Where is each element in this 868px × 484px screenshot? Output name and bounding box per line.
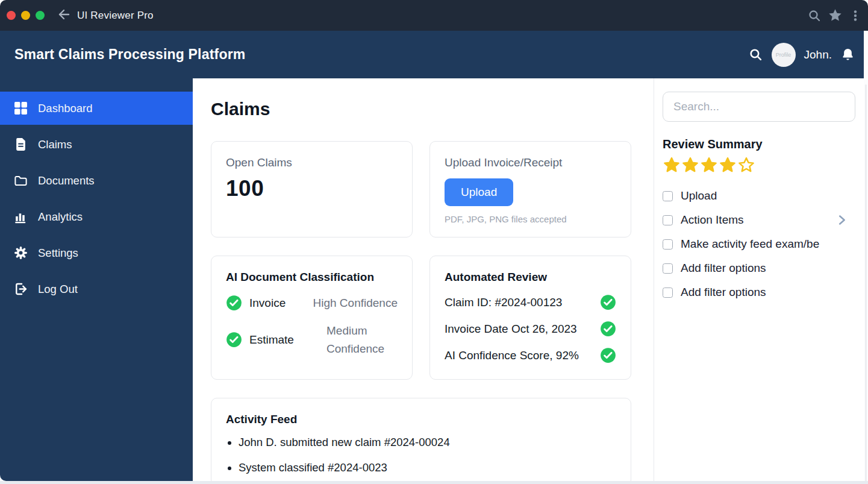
checklist-item-action-items: Action Items <box>663 208 855 232</box>
sidebar-item-label: Claims <box>38 138 72 151</box>
dashboard-grid-icon <box>14 101 28 115</box>
sidebar-nav: Dashboard Claims Documents Analytics Set… <box>0 78 193 481</box>
review-row-text: Invoice Date Oct 26, 2023 <box>445 322 577 336</box>
activity-item: John D. submitted new claim #2024-00024 <box>239 436 616 449</box>
sidebar-item-label: Log Out <box>38 283 78 296</box>
upload-button[interactable]: Upload <box>445 178 513 206</box>
claims-document-icon <box>14 137 28 151</box>
bookmark-star-icon[interactable] <box>828 8 843 23</box>
sidebar-item-documents[interactable]: Documents <box>0 164 193 197</box>
checklist-label: Action Items <box>681 213 744 227</box>
sidebar-item-claims[interactable]: Claims <box>0 128 193 161</box>
review-row: Invoice Date Oct 26, 2023 <box>445 321 616 337</box>
header-search-icon[interactable] <box>748 47 763 62</box>
sidebar-item-settings[interactable]: Settings <box>0 236 193 269</box>
review-row: Claim ID: #2024-00123 <box>445 294 616 310</box>
back-arrow-icon <box>57 7 71 24</box>
star-filled-icon[interactable] <box>719 156 737 174</box>
check-circle-icon <box>226 332 242 348</box>
maximize-window-button[interactable] <box>36 11 45 20</box>
classification-label: Estimate <box>249 333 294 347</box>
confidence-label: High Confidence <box>313 294 398 312</box>
star-filled-icon[interactable] <box>663 156 681 174</box>
open-claims-value: 100 <box>226 176 398 201</box>
checkbox[interactable] <box>663 191 673 201</box>
search-icon[interactable] <box>807 8 822 23</box>
classification-title: AI Document Classification <box>226 271 398 284</box>
check-circle-icon <box>226 295 242 311</box>
upload-card: Upload Invoice/Receipt Upload PDF, JPG, … <box>429 141 631 237</box>
star-empty-icon[interactable] <box>737 156 755 174</box>
review-checklist: Upload Action Items Make activity feed e… <box>663 184 855 304</box>
back-button[interactable] <box>57 7 71 24</box>
classification-card: AI Document Classification Invoice High … <box>211 256 413 380</box>
traffic-lights <box>7 11 45 20</box>
star-filled-icon[interactable] <box>681 156 699 174</box>
classification-row: Estimate Medium Confidence <box>226 322 398 357</box>
checkbox[interactable] <box>663 215 673 225</box>
automated-review-title: Automated Review <box>445 271 616 284</box>
sidebar-item-analytics[interactable]: Analytics <box>0 200 193 233</box>
upload-card-title: Upload Invoice/Receipt <box>445 156 616 169</box>
kebab-menu-icon[interactable] <box>849 9 862 22</box>
horizontal-scrollbar[interactable] <box>0 481 868 484</box>
confidence-label: Medium Confidence <box>326 322 398 357</box>
star-rating[interactable] <box>663 156 855 174</box>
activity-list: John D. submitted new claim #2024-00024 … <box>239 436 616 474</box>
sidebar-item-label: Documents <box>38 174 95 187</box>
settings-gear-icon <box>14 246 28 260</box>
open-claims-card: Open Claims 100 <box>211 141 413 237</box>
minimize-window-button[interactable] <box>21 11 30 20</box>
window-title: UI Reviewer Pro <box>77 10 154 22</box>
check-circle-icon <box>600 347 616 363</box>
vertical-scrollbar[interactable] <box>864 31 868 484</box>
review-row-text: AI Confidence Score, 92% <box>445 349 579 362</box>
checklist-item-filter-2: Add filter options <box>663 280 855 304</box>
automated-review-card: Automated Review Claim ID: #2024-00123 I… <box>429 256 631 380</box>
close-window-button[interactable] <box>7 11 16 20</box>
check-circle-icon <box>600 294 616 310</box>
checkbox[interactable] <box>663 288 673 298</box>
sidebar-item-logout[interactable]: Log Out <box>0 272 193 306</box>
window-chrome: UI Reviewer Pro <box>0 0 868 31</box>
avatar-label: Profile <box>776 52 792 58</box>
check-circle-icon <box>600 321 616 337</box>
chevron-right-icon[interactable] <box>835 213 848 229</box>
upload-hint: PDF, JPG, PNG files accepted <box>445 214 616 224</box>
open-claims-label: Open Claims <box>226 156 398 169</box>
activity-feed-card: Activity Feed John D. submitted new clai… <box>211 398 631 484</box>
activity-feed-title: Activity Feed <box>226 413 616 426</box>
review-row: AI Confidence Score, 92% <box>445 347 616 363</box>
sidebar-item-dashboard[interactable]: Dashboard <box>0 92 193 125</box>
user-name[interactable]: John. <box>804 48 832 61</box>
sidebar-item-label: Settings <box>38 247 78 260</box>
avatar[interactable]: Profile <box>772 43 796 67</box>
documents-folder-icon <box>14 174 28 187</box>
search-input[interactable] <box>663 92 855 122</box>
classification-row: Invoice High Confidence <box>226 294 398 312</box>
star-filled-icon[interactable] <box>700 156 718 174</box>
page-title: Claims <box>211 99 654 119</box>
checklist-label: Make activity feed exam/be <box>681 237 819 251</box>
checklist-item-upload: Upload <box>663 184 855 208</box>
classification-label: Invoice <box>249 297 286 310</box>
bell-icon[interactable] <box>840 47 855 62</box>
right-panel: Review Summary Upload Action Items Make … <box>654 78 864 484</box>
review-row-text: Claim ID: #2024-00123 <box>445 296 562 309</box>
app-header: Smart Claims Processing Platform Profile… <box>0 31 864 78</box>
main-content: Claims Open Claims 100 Upload Invoice/Re… <box>193 78 654 484</box>
checkbox[interactable] <box>663 239 673 250</box>
analytics-chart-icon <box>14 210 28 224</box>
sidebar-item-label: Analytics <box>38 210 83 224</box>
checklist-label: Add filter options <box>681 286 766 299</box>
activity-item: System classified #2024-0023 <box>239 461 616 474</box>
logout-icon <box>14 282 28 296</box>
checkbox[interactable] <box>663 263 673 274</box>
app-title: Smart Claims Processing Platform <box>14 46 245 63</box>
checklist-label: Upload <box>681 189 717 203</box>
checklist-item-activity-feed: Make activity feed exam/be <box>663 232 855 256</box>
sidebar-item-label: Dashboard <box>38 102 93 115</box>
checklist-label: Add filter options <box>681 262 766 275</box>
checklist-item-filter-1: Add filter options <box>663 256 855 280</box>
review-summary-title: Review Summary <box>663 137 855 151</box>
